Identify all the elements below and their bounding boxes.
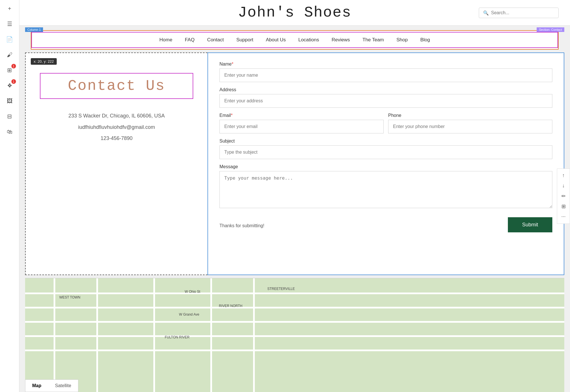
- grid-icon[interactable]: ⊞1: [5, 65, 15, 75]
- right-panel: Name* Address Email* Phone: [207, 52, 564, 275]
- map-label: FULTON RIVER: [165, 335, 190, 339]
- bag-icon[interactable]: 🛍: [5, 127, 15, 137]
- nav-link-reviews[interactable]: Reviews: [325, 35, 356, 45]
- more-button[interactable]: ···: [559, 212, 568, 221]
- left-panel: x: 20, y: 222 Contact Us 233 S Wacker Dr…: [25, 52, 207, 275]
- phone-label: Phone: [388, 113, 552, 118]
- map-label: STREETERVILLE: [267, 287, 295, 291]
- name-label: Name*: [219, 62, 552, 67]
- search-input[interactable]: [491, 10, 554, 15]
- email-phone-row: Email* Phone: [219, 113, 552, 139]
- image-icon[interactable]: 🖼: [5, 96, 15, 106]
- scroll-controls: ↑ ↓ ✏ ⊞ ···: [557, 168, 570, 224]
- map-background: WEST TOWNW Ohio StRIVER NORTHSTREETERVIL…: [25, 278, 564, 392]
- map-area: WEST TOWNW Ohio StRIVER NORTHSTREETERVIL…: [25, 278, 564, 392]
- navbar: HomeFAQContactSupportAbout UsLocationsRe…: [31, 32, 558, 48]
- email-input[interactable]: [219, 120, 384, 133]
- brush-icon[interactable]: 🖌: [5, 50, 15, 60]
- name-field-group: Name*: [219, 62, 552, 82]
- doc-icon[interactable]: 📄: [5, 34, 15, 44]
- nav-link-locations[interactable]: Locations: [292, 35, 325, 45]
- list-icon[interactable]: ☰: [5, 19, 15, 29]
- address-label: Address: [219, 87, 552, 92]
- subject-field-group: Subject: [219, 139, 552, 159]
- nav-link-faq[interactable]: FAQ: [179, 35, 201, 45]
- map-label: RIVER NORTH: [219, 304, 242, 308]
- tooltip: x: 20, y: 222: [31, 58, 57, 65]
- site-title: John's Shoes: [238, 4, 351, 21]
- grid-button[interactable]: ⊞: [559, 202, 568, 211]
- message-textarea[interactable]: [219, 171, 552, 208]
- section-contact-label: Section: Contact: [537, 27, 564, 32]
- phone-field-group: Phone: [388, 113, 552, 133]
- plus-icon[interactable]: +: [5, 3, 15, 14]
- main-content: John's Shoes 🔍 HomeFAQContactSupportAbou…: [19, 0, 570, 392]
- message-field-group: Message: [219, 164, 552, 209]
- nav-link-about-us[interactable]: About Us: [260, 35, 292, 45]
- address-input[interactable]: [219, 94, 552, 108]
- column-label: Column 1: [25, 27, 43, 32]
- left-sidebar: +☰📄🖌⊞1❖1🖼⊟🛍: [0, 0, 19, 392]
- thanks-text: Thanks for submitting!: [219, 223, 264, 228]
- contact-address: 233 S Wacker Dr, Chicago, IL 60606, USA: [68, 110, 165, 122]
- phone-input[interactable]: [388, 120, 552, 133]
- address-field-group: Address: [219, 87, 552, 108]
- email-field-group: Email*: [219, 113, 384, 133]
- map-tabs: Map Satellite: [25, 379, 78, 392]
- scroll-down-button[interactable]: ↓: [559, 181, 568, 190]
- message-label: Message: [219, 164, 552, 169]
- search-bar[interactable]: 🔍: [479, 7, 559, 18]
- nav-link-contact[interactable]: Contact: [201, 35, 230, 45]
- name-input[interactable]: [219, 68, 552, 82]
- subject-label: Subject: [219, 139, 552, 144]
- nav-link-shop[interactable]: Shop: [390, 35, 414, 45]
- contact-title-box: Contact Us: [40, 73, 193, 99]
- subject-input[interactable]: [219, 145, 552, 159]
- nav-link-blog[interactable]: Blog: [414, 35, 436, 45]
- map-label: WEST TOWN: [59, 295, 80, 299]
- contact-title: Contact Us: [68, 78, 165, 94]
- submit-button[interactable]: Submit: [508, 217, 552, 232]
- map-label: W Grand Ave: [179, 312, 199, 316]
- contact-email: iudfhiuhdfiuvhuiohdfv@gmail.com: [68, 122, 165, 133]
- contact-phone: 123-456-7890: [68, 133, 165, 144]
- map-label: W Ohio St: [185, 290, 200, 294]
- navbar-wrapper: HomeFAQContactSupportAbout UsLocationsRe…: [31, 30, 559, 50]
- map-tab-satellite[interactable]: Satellite: [48, 380, 78, 392]
- map-tab-map[interactable]: Map: [25, 380, 48, 392]
- nav-link-support[interactable]: Support: [230, 35, 260, 45]
- email-label: Email*: [219, 113, 384, 118]
- table-icon[interactable]: ⊟: [5, 111, 15, 121]
- search-icon: 🔍: [483, 10, 489, 15]
- content-area: x: 20, y: 222 Contact Us 233 S Wacker Dr…: [25, 52, 564, 275]
- nav-link-home[interactable]: Home: [153, 35, 178, 45]
- edit-button[interactable]: ✏: [559, 192, 568, 201]
- header: John's Shoes 🔍: [19, 0, 570, 26]
- nav-link-the-team[interactable]: The Team: [356, 35, 390, 45]
- scroll-up-button[interactable]: ↑: [559, 171, 568, 180]
- contact-info: 233 S Wacker Dr, Chicago, IL 60606, USA …: [68, 110, 165, 144]
- component-icon[interactable]: ❖1: [5, 80, 15, 91]
